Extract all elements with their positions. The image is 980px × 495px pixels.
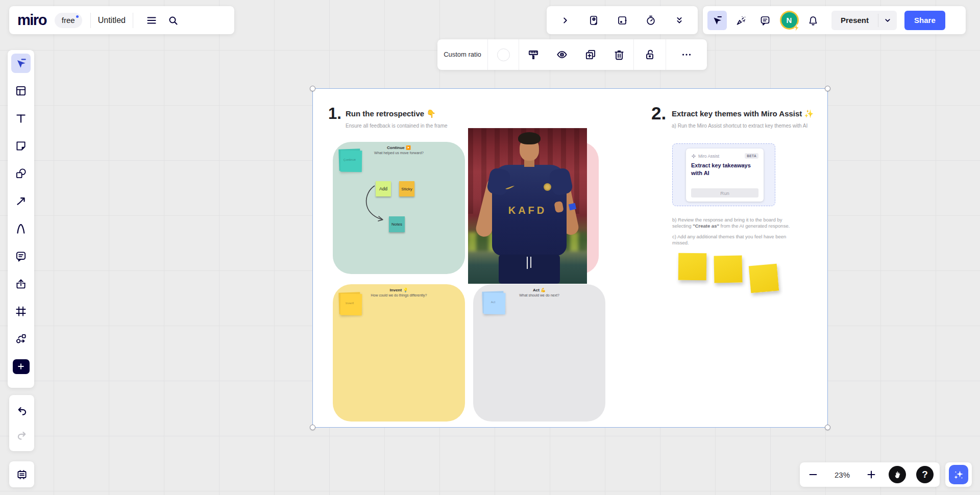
chevron-right-icon [559,15,571,26]
double-chevron-down-icon [674,15,685,26]
swoosh-logo [505,185,515,190]
section2-title[interactable]: Extract key themes with Miro Assist ✨ [672,109,814,118]
collaborative-cursors-button[interactable] [707,11,727,30]
frame-resize-handle-bottom-right[interactable] [825,425,830,430]
zoom-in-button[interactable] [864,467,878,482]
frame-resize-handle-top-left[interactable] [310,86,315,91]
templates-tool-button[interactable] [11,81,31,101]
eye-icon [555,48,569,61]
frame-resize-handle-bottom-left[interactable] [310,425,315,430]
divider [133,13,133,28]
share-button[interactable]: Share [904,11,945,30]
feedback-button[interactable] [889,466,906,483]
section2-subtitle[interactable]: a) Run the Miro Assist shortcut to extra… [672,123,807,129]
step-c-text: c) Add any additional themes that you fe… [672,234,794,246]
jersey-sponsor-text: KAFD [468,205,587,216]
sticky-stack-act[interactable]: Act [482,291,504,313]
present-label: Present [841,16,869,24]
more-options-button[interactable] [666,39,707,70]
collapse-toolbar-button[interactable] [555,11,575,30]
miro-assist-label: Miro Assist [698,154,719,159]
user-avatar[interactable]: N [779,11,799,30]
shorts-drawstring [530,257,531,268]
lock-button[interactable] [634,39,666,70]
text-tool-button[interactable] [11,109,31,128]
style-button[interactable] [519,39,548,70]
sticky-stack-continue[interactable]: Continue [338,148,360,170]
private-mode-button[interactable] [584,11,603,30]
player-photo[interactable]: KAFD [468,128,587,284]
frames-panel-button[interactable] [12,465,32,484]
shorts-drawstring [527,257,528,269]
board-title[interactable]: Untitled [97,16,127,25]
sticky-stack-invent[interactable]: Invent [338,292,360,314]
zoom-out-button[interactable] [806,467,820,482]
section1-subtitle[interactable]: Ensure all feedback is contained in the … [346,123,448,129]
undo-button[interactable] [13,402,31,420]
plan-badge-label: free [62,16,75,24]
assist-launcher-card [945,462,972,487]
present-button-group: Present [831,11,897,30]
miro-assist-widget[interactable]: Miro Assist BETA Extract key takeaways w… [672,143,775,206]
text-icon [14,112,28,125]
miro-logo[interactable]: miro [17,12,46,29]
shapes-tool-button[interactable] [11,164,31,183]
retrospective-frame[interactable]: 1. Run the retrospective 👇 Ensure all fe… [312,88,828,428]
main-menu-button[interactable] [142,11,161,30]
frame-tool-button[interactable] [11,302,31,321]
more-facilitation-tools-button[interactable] [670,11,689,30]
player-hair [518,132,541,144]
search-button[interactable] [164,11,182,30]
duplicate-button[interactable] [576,39,605,70]
quadrant-invent[interactable]: Invent 💡 How could we do things differen… [333,284,465,422]
frame-icon [14,305,28,318]
pen-stroke-icon [14,222,28,235]
plan-badge[interactable]: free [55,13,82,28]
sticky-note-notes[interactable]: Notes [389,216,405,232]
miro-assist-launcher-button[interactable] [949,465,968,484]
section1-title[interactable]: Run the retrospective 👇 [346,109,436,118]
plus-tile [13,359,30,374]
comments-button[interactable] [755,11,775,30]
upload-tool-button[interactable] [11,274,31,293]
sticky-note-icon [14,139,28,153]
layout-icon [14,84,28,97]
custom-ratio-button[interactable]: Custom ratio [437,39,487,70]
upgrade-bolt-icon [793,24,800,32]
plan-upgrade-dot [76,15,79,18]
delete-button[interactable] [605,39,633,70]
timer-icon [645,14,657,27]
timer-button[interactable] [641,11,660,30]
sticky-note-tool-button[interactable] [11,136,31,156]
comment-tool-button[interactable] [11,246,31,266]
frame-color-button[interactable] [488,39,519,70]
yellow-sticky-note[interactable] [678,253,706,280]
reactions-button[interactable] [731,11,751,30]
yellow-sticky-note[interactable] [714,256,743,283]
quadrant-continue[interactable]: Continue ▶️ What helped us move forward?… [333,142,465,274]
pen-tool-button[interactable] [11,219,31,238]
redo-button[interactable] [13,426,31,444]
frame-resize-handle-top-right[interactable] [825,86,830,91]
help-button[interactable]: ? [916,466,934,483]
cursor-icon [711,14,723,27]
yellow-sticky-note[interactable] [749,264,779,293]
section1-number[interactable]: 1. [328,105,341,123]
chevron-down-icon [883,16,892,25]
zoom-level[interactable]: 23% [830,471,854,479]
run-button[interactable]: Run [691,188,758,197]
present-options-button[interactable] [878,11,897,30]
quadrant-act[interactable]: Act 💪 What should we do next? Act [473,284,605,422]
apps-tool-button[interactable] [11,329,31,349]
hide-frame-button[interactable] [548,39,576,70]
recording-button[interactable] [612,11,632,30]
select-tool-button[interactable] [11,54,31,73]
sticky-note-add[interactable]: Add [376,181,391,196]
connector-tool-button[interactable] [11,191,31,211]
add-more-tools-button[interactable] [11,357,31,376]
section2-number[interactable]: 2. [651,103,666,123]
present-button[interactable]: Present [831,11,878,30]
sticky-note-sticky[interactable]: Sticky [399,181,414,196]
beta-badge: BETA [745,153,758,159]
notifications-button[interactable] [803,11,823,30]
